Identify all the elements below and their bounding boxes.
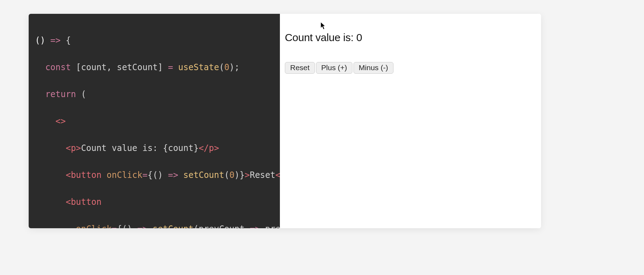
code-indent [35, 89, 45, 99]
button-row: Reset Plus (+) Minus (-) [285, 62, 393, 74]
code-indent [35, 197, 66, 207]
code-token [173, 62, 178, 72]
code-token: } [240, 170, 245, 180]
code-token: => [132, 224, 153, 228]
code-token: () [122, 224, 132, 228]
code-token: { [163, 143, 168, 153]
code-token: [count, setCount] [71, 62, 168, 72]
code-token: () [35, 35, 45, 45]
preview-pane: Count value is: 0 Reset Plus (+) Minus (… [280, 14, 541, 228]
code-token: < [66, 197, 71, 207]
code-token: > [214, 143, 219, 153]
code-indent [35, 62, 45, 72]
code-editor[interactable]: () => { const [count, setCount] = useSta… [29, 14, 280, 228]
minus-button[interactable]: Minus (-) [353, 62, 393, 74]
code-token: } [194, 143, 199, 153]
code-token: => [245, 224, 265, 228]
code-indent [35, 170, 66, 180]
code-token: Count value is: [81, 143, 163, 153]
code-token: { [66, 35, 71, 45]
code-token: return [45, 89, 76, 99]
code-token: 0 [224, 62, 229, 72]
code-token: > [76, 143, 81, 153]
code-token: onClick [107, 170, 142, 180]
code-token: ( [76, 89, 86, 99]
plus-button[interactable]: Plus (+) [316, 62, 352, 74]
reset-button[interactable]: Reset [285, 62, 315, 74]
split-view: () => { const [count, setCount] = useSta… [29, 14, 541, 228]
code-indent [35, 224, 76, 228]
code-token: </ [199, 143, 209, 153]
code-token: => [45, 35, 66, 45]
code-token: setCount [153, 224, 194, 228]
code-token: button [71, 197, 102, 207]
code-token: = [112, 224, 117, 228]
code-token: ) [235, 170, 240, 180]
code-token: p [71, 143, 76, 153]
code-token: => [163, 170, 183, 180]
code-token: ( [219, 62, 224, 72]
code-token: < [66, 143, 71, 153]
code-token: pre [265, 224, 280, 228]
code-token: ) [229, 62, 234, 72]
code-token: button [71, 170, 102, 180]
code-indent [35, 116, 56, 126]
code-token: < [66, 170, 71, 180]
code-token: () [153, 170, 163, 180]
count-display: Count value is: 0 [285, 32, 362, 44]
code-token [102, 170, 107, 180]
code-token: ; [235, 62, 240, 72]
code-token: setCount [183, 170, 224, 180]
code-token: count [168, 143, 194, 153]
code-token: 0 [229, 170, 234, 180]
code-token: p [209, 143, 214, 153]
code-token: > [245, 170, 249, 180]
code-token: onClick [76, 224, 112, 228]
code-indent [35, 143, 66, 153]
code-token: <> [56, 116, 66, 126]
code-token: ( [224, 170, 229, 180]
code-token: Reset [250, 170, 275, 180]
code-token: < [275, 170, 280, 180]
code-token: = [168, 62, 173, 72]
code-token: useState [178, 62, 219, 72]
code-token: = [142, 170, 147, 180]
code-token: { [117, 224, 122, 228]
code-token: { [148, 170, 153, 180]
code-token: ( [194, 224, 199, 228]
code-token: const [45, 62, 71, 72]
code-token: prevCount [199, 224, 245, 228]
